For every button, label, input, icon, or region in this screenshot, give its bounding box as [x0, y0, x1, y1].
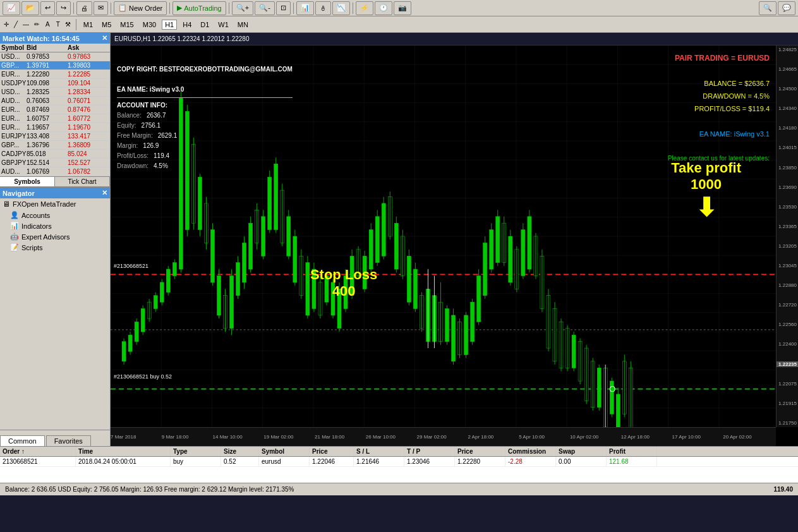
autotrading-button[interactable]: ▶ AutoTrading — [172, 1, 226, 15]
market-watch-row[interactable]: USD... 0.97853 0.97863 — [0, 52, 110, 61]
new-order-button[interactable]: 📋 New Order — [114, 1, 167, 15]
redo-button[interactable]: ↪ — [56, 1, 71, 15]
chart-area[interactable]: EURUSD,H1 1.22065 1.22324 1.22012 1.2228… — [111, 33, 798, 446]
time-tick: 29 Mar 02:00 — [417, 434, 447, 440]
new-chart-button[interactable]: 📈 — [3, 1, 20, 15]
svg-point-191 — [610, 386, 615, 391]
mw-ask: 0.97863 — [68, 53, 109, 60]
tab-symbols[interactable]: Symbols — [0, 177, 55, 186]
separator-6 — [353, 3, 353, 14]
period-m5[interactable]: M5 — [99, 20, 114, 30]
nav-item-root[interactable]: 🖥FXOpen MetaTrader — [0, 198, 110, 210]
account-info-title: ACCOUNT INFO: — [117, 100, 293, 111]
zoom-out-button[interactable]: 🔍- — [255, 1, 275, 15]
market-watch-row[interactable]: AUD... 1.06769 1.06782 — [0, 167, 110, 176]
profit-loss-label: PROFIT/LOSS = $119.4 — [668, 103, 770, 116]
open-button[interactable]: 📂 — [21, 1, 39, 15]
mw-bid: 85.018 — [27, 150, 68, 157]
period-d1[interactable]: D1 — [197, 20, 212, 30]
period-h4[interactable]: H4 — [179, 20, 195, 30]
period-w1[interactable]: W1 — [215, 20, 232, 30]
info-row-label: Free Margin: — [117, 131, 153, 141]
mw-bid: 0.87469 — [27, 106, 68, 113]
chart-header-bar: EURUSD,H1 1.22065 1.22324 1.22012 1.2228… — [111, 33, 798, 45]
fit-button[interactable]: ⊡ — [276, 1, 291, 15]
market-watch-close[interactable]: ✕ — [102, 34, 107, 42]
nav-tree-item-expert-advisors[interactable]: 🤖Expert Advisors — [0, 231, 110, 242]
order-number: 2130668521 — [0, 457, 76, 466]
tab-tick-chart[interactable]: Tick Chart — [55, 177, 110, 186]
stop-loss-value: 400 — [310, 283, 377, 299]
mw-bid: 1.28325 — [27, 88, 68, 95]
order-price-open: 1.22046 — [310, 457, 354, 466]
type-icon: T — [55, 21, 61, 28]
undo-button[interactable]: ↩ — [40, 1, 55, 15]
market-watch-row[interactable]: CADJPY 85.018 85.024 — [0, 150, 110, 159]
market-watch-row[interactable]: EUR... 1.60757 1.60772 — [0, 114, 110, 123]
navigator-close[interactable]: ✕ — [102, 189, 107, 197]
new-order-icon: 📋 — [118, 4, 127, 12]
info-row-value: 2636.7 — [147, 111, 166, 121]
nav-item-icon: 👤 — [10, 211, 19, 219]
chart-info-left: COPY RIGHT: BESTFOREXROBOTTRADING@GMAIL.… — [117, 64, 293, 171]
status-profit: 119.40 — [773, 486, 793, 493]
market-watch-row[interactable]: USD... 1.28325 1.28334 — [0, 88, 110, 97]
market-watch-row[interactable]: AUD... 0.76063 0.76071 — [0, 97, 110, 106]
period-m1[interactable]: M1 — [80, 20, 96, 30]
col-price: Price — [310, 447, 354, 456]
market-watch-row[interactable]: USDJPY 109.098 109.104 — [0, 79, 110, 88]
price-tick: 1.23850 — [777, 165, 798, 171]
bar-chart-button[interactable]: 📊 — [296, 1, 314, 15]
mw-symbol: USD... — [1, 53, 27, 60]
col-sl: S / L — [354, 447, 404, 456]
mw-symbol: USDJPY — [1, 80, 27, 87]
indicators-button[interactable]: ⚡ — [356, 1, 373, 15]
nav-tree-item-scripts[interactable]: 📝Scripts — [0, 242, 110, 253]
mw-bid: 1.06769 — [27, 168, 68, 175]
table-row[interactable]: 2130668521 2018.04.24 05:00:01 buy 0.52 … — [0, 457, 798, 467]
period-m15[interactable]: M15 — [117, 20, 136, 30]
mail-button[interactable]: ✉ — [94, 1, 108, 15]
print-button[interactable]: 🖨 — [76, 1, 92, 15]
period-h1[interactable]: H1 — [162, 20, 177, 30]
market-watch-row[interactable]: EURJPY 133.408 133.417 — [0, 132, 110, 141]
zoom-in-button[interactable]: 🔍+ — [232, 1, 253, 15]
market-watch-row[interactable]: GBP... 1.39791 1.39803 — [0, 61, 110, 70]
clock-button[interactable]: 🕐 — [375, 1, 392, 15]
nav-tree-item-indicators[interactable]: 📊Indicators — [0, 221, 110, 231]
chat-button[interactable]: 💬 — [778, 1, 795, 15]
market-watch-row[interactable]: GBPJPY 152.514 152.527 — [0, 159, 110, 167]
account-info-row: Balance:2636.7 — [117, 111, 293, 121]
screenshot-button[interactable]: 📷 — [394, 1, 411, 15]
candle-button[interactable]: 🕯 — [315, 1, 331, 15]
time-tick: 7 Mar 2018 — [111, 434, 136, 440]
mw-ask: 109.104 — [68, 80, 109, 87]
tab-common[interactable]: Common — [0, 435, 45, 446]
price-tick: 1.24665 — [777, 66, 798, 72]
toolbar-top-row: 📈 📂 ↩ ↪ 🖨 ✉ 📋 New Order ▶ AutoTrading 🔍+… — [0, 0, 798, 16]
price-tick: 1.24500 — [777, 86, 798, 92]
copyright-text: COPY RIGHT: BESTFOREXROBOTTRADING@GMAIL.… — [117, 64, 293, 75]
period-mn[interactable]: MN — [234, 20, 251, 30]
mw-symbol: EURJPY — [1, 133, 27, 140]
market-watch-row[interactable]: GBP... 1.36796 1.36809 — [0, 141, 110, 150]
tab-favorites[interactable]: Favorites — [46, 435, 91, 446]
info-row-label: Equity: — [117, 121, 136, 131]
mw-bid: 1.60757 — [27, 115, 68, 122]
price-tick: 1.23365 — [777, 224, 798, 229]
mw-ask: 1.39803 — [68, 62, 109, 69]
market-watch-row[interactable]: EUR... 0.87469 0.87476 — [0, 106, 110, 114]
mw-ask: 1.36809 — [68, 142, 109, 148]
market-watch-row[interactable]: EUR... 1.22280 1.22285 — [0, 70, 110, 79]
mw-bid: 1.36796 — [27, 142, 68, 148]
market-watch-row[interactable]: EUR... 1.19657 1.19670 — [0, 123, 110, 132]
mw-ask: 1.19670 — [68, 124, 109, 131]
time-tick: 14 Mar 10:00 — [213, 434, 243, 440]
nav-tree-item-accounts[interactable]: 👤Accounts — [0, 210, 110, 221]
line-chart-button[interactable]: 📉 — [332, 1, 350, 15]
price-tick: 1.23690 — [777, 184, 798, 190]
period-m30[interactable]: M30 — [140, 20, 159, 30]
search-button[interactable]: 🔍 — [759, 1, 777, 15]
info-row-value: 2629.1 — [158, 131, 178, 141]
mw-ask: 152.527 — [68, 159, 109, 166]
